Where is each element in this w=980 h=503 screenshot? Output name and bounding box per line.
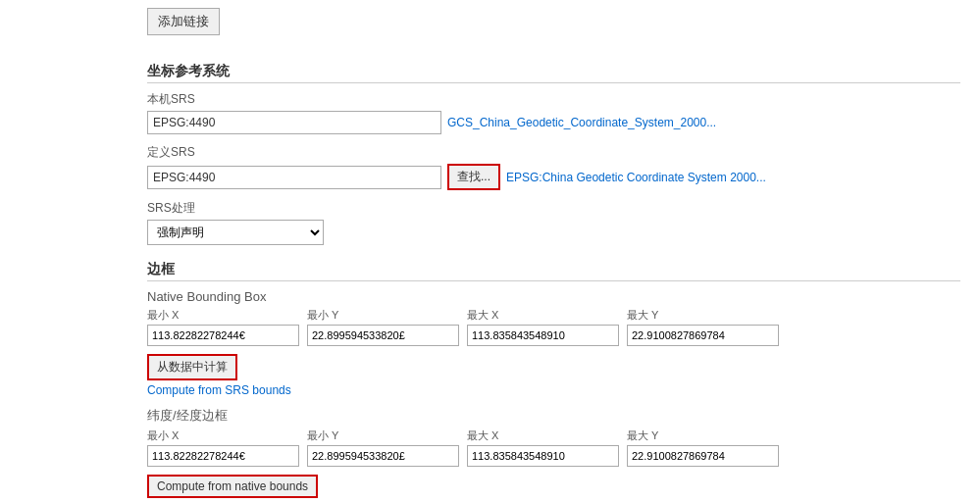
native-min-x-col: 最小 X [147,308,299,346]
defined-srs-group: 定义SRS 查找... EPSG:China Geodetic Coordina… [147,144,960,190]
latlon-max-x-label: 最大 X [467,428,619,443]
native-max-x-label: 最大 X [467,308,619,323]
native-srs-label: 本机SRS [147,91,960,108]
latlon-min-x-col: 最小 X [147,428,299,467]
native-max-y-col: 最大 Y [627,308,779,346]
latlon-max-y-input[interactable] [627,445,779,467]
bbox-section: 边框 Native Bounding Box 最小 X 最小 Y 最大 X 最大 [147,261,960,500]
latlon-max-x-col: 最大 X [467,428,619,467]
native-bbox-label: Native Bounding Box [147,289,960,304]
latlon-bbox-label: 纬度/经度边框 [147,407,960,425]
latlon-min-y-col: 最小 Y [307,428,459,467]
native-max-x-col: 最大 X [467,308,619,346]
compute-from-srs-link[interactable]: Compute from SRS bounds [147,383,291,397]
latlon-min-y-input[interactable] [307,445,459,467]
defined-srs-label: 定义SRS [147,144,960,161]
native-bbox-group: Native Bounding Box 最小 X 最小 Y 最大 X 最大 Y [147,289,960,397]
latlon-min-y-label: 最小 Y [307,428,459,443]
latlon-min-x-input[interactable] [147,445,299,467]
native-max-y-input[interactable] [627,325,779,346]
compute-from-data-button[interactable]: 从数据中计算 [147,354,237,380]
compute-from-native-button[interactable]: Compute from native bounds [147,475,318,498]
native-min-y-label: 最小 Y [307,308,459,323]
native-min-y-input[interactable] [307,325,459,346]
bbox-title: 边框 [147,261,960,281]
coordinate-ref-section: 坐标参考系统 本机SRS GCS_China_Geodetic_Coordina… [147,63,960,245]
native-max-x-input[interactable] [467,325,619,346]
latlon-max-x-input[interactable] [467,445,619,467]
native-srs-input[interactable] [147,111,441,134]
latlon-max-y-label: 最大 Y [627,428,779,443]
srs-processing-group: SRS处理 强制声明 [147,200,960,245]
coordinate-ref-title: 坐标参考系统 [147,63,960,83]
native-srs-link[interactable]: GCS_China_Geodetic_Coordinate_System_200… [447,116,716,129]
latlon-min-x-label: 最小 X [147,428,299,443]
native-min-x-input[interactable] [147,325,299,346]
add-link-button[interactable]: 添加链接 [147,8,220,35]
latlon-max-y-col: 最大 Y [627,428,779,467]
defined-srs-link[interactable]: EPSG:China Geodetic Coordinate System 20… [506,171,766,184]
find-button[interactable]: 查找... [447,164,500,190]
latlon-bbox-group: 纬度/经度边框 最小 X 最小 Y 最大 X 最大 Y [147,407,960,500]
native-min-x-label: 最小 X [147,308,299,323]
defined-srs-input[interactable] [147,166,441,189]
native-max-y-label: 最大 Y [627,308,779,323]
srs-processing-label: SRS处理 [147,200,960,217]
native-min-y-col: 最小 Y [307,308,459,346]
srs-processing-select[interactable]: 强制声明 [147,220,324,245]
native-srs-group: 本机SRS GCS_China_Geodetic_Coordinate_Syst… [147,91,960,134]
